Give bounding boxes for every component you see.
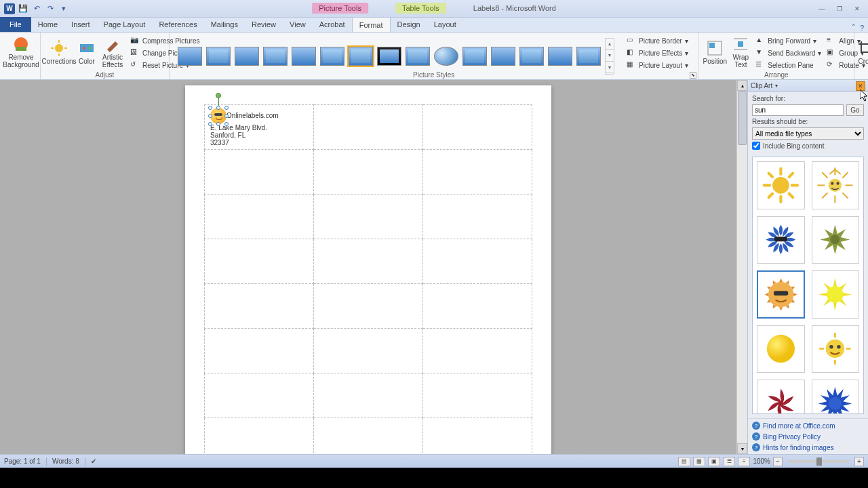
zoom-thumb[interactable] xyxy=(816,458,822,466)
proofing-icon[interactable]: ✔ xyxy=(91,458,96,465)
color-button[interactable]: Color xyxy=(75,34,99,70)
tab-view[interactable]: View xyxy=(283,17,313,32)
label-cell[interactable] xyxy=(314,329,423,373)
style-thumb[interactable] xyxy=(178,47,202,66)
crop-button[interactable]: Crop xyxy=(857,34,868,70)
style-thumb[interactable] xyxy=(434,47,458,66)
go-button[interactable]: Go xyxy=(846,104,864,116)
tab-acrobat[interactable]: Acrobat xyxy=(313,17,352,32)
label-cell[interactable] xyxy=(423,418,532,455)
tab-design[interactable]: Design xyxy=(391,17,427,32)
style-thumb[interactable] xyxy=(206,47,231,66)
picture-effects-button[interactable]: ◧Picture Effects▾ xyxy=(624,47,691,58)
label-cell[interactable] xyxy=(423,239,532,284)
tab-review[interactable]: Review xyxy=(245,17,283,32)
hints-link[interactable]: ?Hints for finding images xyxy=(752,443,864,451)
clipart-result[interactable] xyxy=(812,270,860,319)
clipart-result[interactable] xyxy=(757,380,805,414)
outline-view[interactable]: ☰ xyxy=(723,457,735,466)
style-thumb[interactable] xyxy=(491,47,515,66)
resize-handle[interactable] xyxy=(224,114,229,118)
resize-handle[interactable] xyxy=(224,122,229,126)
clipart-result[interactable] xyxy=(812,325,860,373)
label-cell[interactable] xyxy=(205,329,314,373)
label-cell[interactable] xyxy=(314,150,423,195)
resize-handle[interactable] xyxy=(208,122,212,126)
page-status[interactable]: Page: 1 of 1 xyxy=(4,458,41,465)
tab-insert[interactable]: Insert xyxy=(64,17,97,32)
label-cell[interactable] xyxy=(423,105,532,150)
label-cell[interactable] xyxy=(205,418,314,455)
zoom-level[interactable]: 100% xyxy=(753,458,770,465)
scroll-down-button[interactable]: ▾ xyxy=(737,443,747,454)
style-thumb[interactable] xyxy=(462,47,487,66)
label-cell[interactable]: Onlinelabels.com E. Lake Mary Blvd. Sanf… xyxy=(205,105,314,150)
zoom-in-button[interactable]: + xyxy=(854,457,864,466)
restore-button[interactable]: ❐ xyxy=(831,3,848,14)
media-type-select[interactable]: All media file types xyxy=(752,127,864,140)
selection-pane-button[interactable]: ☰Selection Pane xyxy=(753,60,824,70)
tab-file[interactable]: File xyxy=(0,17,31,32)
document-area[interactable]: Onlinelabels.com E. Lake Mary Blvd. Sanf… xyxy=(0,80,736,454)
label-cell[interactable] xyxy=(314,284,423,329)
label-cell[interactable] xyxy=(205,239,314,284)
style-thumb[interactable] xyxy=(519,47,544,66)
style-thumb[interactable] xyxy=(235,47,259,66)
resize-handle[interactable] xyxy=(208,114,212,118)
artistic-effects-button[interactable]: Artistic Effects xyxy=(99,34,126,70)
print-layout-view[interactable]: ▤ xyxy=(678,457,690,466)
style-thumb[interactable] xyxy=(377,47,401,66)
save-button[interactable]: 💾 xyxy=(18,3,28,14)
redo-button[interactable]: ↷ xyxy=(45,3,56,14)
tab-references[interactable]: References xyxy=(152,17,203,32)
zoom-slider[interactable] xyxy=(788,460,849,463)
style-thumb[interactable] xyxy=(292,47,316,66)
style-thumb[interactable] xyxy=(548,47,572,66)
label-cell[interactable] xyxy=(314,418,423,455)
picture-layout-button[interactable]: ▦Picture Layout▾ xyxy=(624,60,691,70)
panel-dropdown-icon[interactable]: ▾ xyxy=(772,83,781,89)
clipart-result[interactable] xyxy=(757,270,805,319)
label-cell[interactable] xyxy=(423,284,532,329)
label-cell[interactable] xyxy=(314,195,423,239)
send-backward-button[interactable]: ▼Send Backward▾ xyxy=(753,47,824,58)
zoom-out-button[interactable]: − xyxy=(773,457,783,466)
style-thumb[interactable] xyxy=(263,47,288,66)
close-button[interactable]: ✕ xyxy=(849,3,865,14)
label-cell[interactable] xyxy=(423,329,532,373)
tab-page-layout[interactable]: Page Layout xyxy=(97,17,153,32)
include-bing-checkbox[interactable] xyxy=(752,142,760,150)
clipart-result[interactable] xyxy=(812,216,860,264)
help-icon[interactable]: ? xyxy=(860,24,864,32)
label-cell[interactable] xyxy=(205,150,314,195)
tab-format[interactable]: Format xyxy=(352,17,391,32)
ribbon-minimize-icon[interactable]: ˄ xyxy=(852,23,856,32)
words-status[interactable]: Words: 8 xyxy=(52,458,79,465)
label-cell[interactable] xyxy=(423,373,532,418)
wrap-text-button[interactable]: Wrap Text xyxy=(728,34,753,70)
gallery-more-button[interactable]: ▴▾▾ xyxy=(605,38,614,75)
resize-handle[interactable] xyxy=(208,106,212,110)
style-thumb[interactable] xyxy=(576,47,601,66)
scroll-thumb[interactable] xyxy=(738,91,747,145)
position-button[interactable]: Position xyxy=(701,34,728,70)
tab-mailings[interactable]: Mailings xyxy=(204,17,245,32)
style-thumb[interactable] xyxy=(320,47,344,66)
rotate-handle[interactable] xyxy=(216,93,221,98)
remove-background-button[interactable]: Remove Background xyxy=(3,34,39,70)
label-cell[interactable] xyxy=(423,150,532,195)
scroll-up-button[interactable]: ▴ xyxy=(737,80,747,91)
selected-picture[interactable] xyxy=(210,108,226,124)
label-cell[interactable] xyxy=(205,373,314,418)
qat-customize-icon[interactable]: ▾ xyxy=(58,3,69,14)
style-thumb[interactable] xyxy=(406,47,430,66)
undo-button[interactable]: ↶ xyxy=(31,3,42,14)
clipart-result[interactable] xyxy=(757,325,805,373)
resize-handle[interactable] xyxy=(216,122,220,126)
panel-close-button[interactable]: ✕ xyxy=(856,81,865,91)
resize-handle[interactable] xyxy=(224,106,229,110)
clipart-result[interactable] xyxy=(757,216,805,264)
label-cell[interactable] xyxy=(314,239,423,284)
label-cell[interactable] xyxy=(205,195,314,239)
clipart-result[interactable] xyxy=(812,380,860,414)
